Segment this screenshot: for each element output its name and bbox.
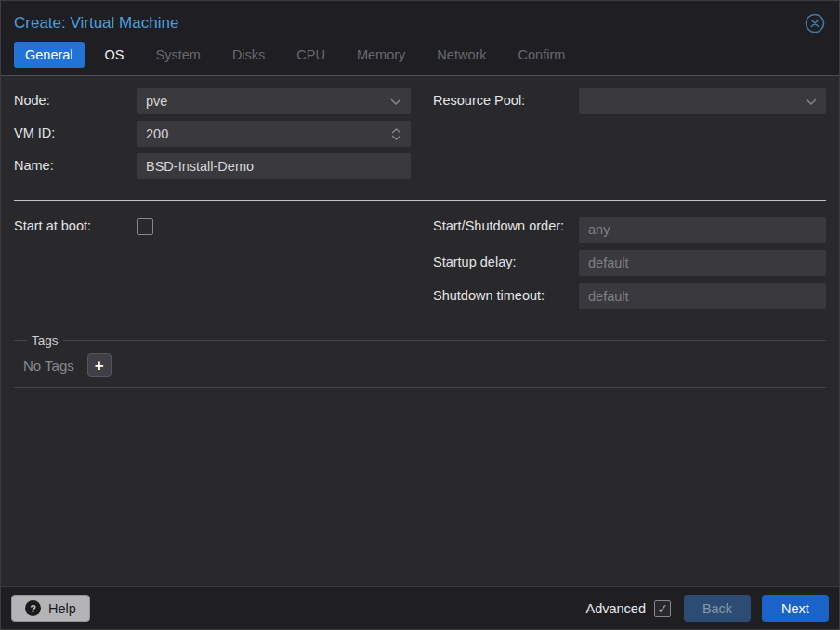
- back-button[interactable]: Back: [684, 595, 751, 622]
- startup-order-input[interactable]: [579, 217, 826, 243]
- create-vm-dialog: Create: Virtual Machine General OS Syste…: [0, 0, 840, 630]
- advanced-label: Advanced: [586, 601, 647, 616]
- close-button[interactable]: [803, 11, 826, 34]
- tab-confirm[interactable]: Confirm: [507, 42, 577, 68]
- chevron-down-icon: [390, 98, 401, 105]
- resource-pool-select[interactable]: [579, 88, 826, 114]
- wizard-tab-bar: General OS System Disks CPU Memory Netwo…: [14, 42, 826, 75]
- tab-system[interactable]: System: [145, 42, 212, 68]
- vmid-label: VM ID:: [14, 124, 137, 143]
- tab-network[interactable]: Network: [426, 42, 497, 68]
- close-icon: [804, 12, 826, 34]
- node-value: pve: [146, 94, 390, 109]
- tags-fieldset: Tags No Tags +: [14, 334, 826, 388]
- tab-os[interactable]: OS: [94, 42, 136, 68]
- dialog-title: Create: Virtual Machine: [14, 14, 178, 33]
- resource-pool-label: Resource Pool:: [433, 91, 579, 111]
- section-divider: [14, 200, 826, 201]
- dialog-header: Create: Virtual Machine General OS Syste…: [1, 1, 839, 75]
- help-button[interactable]: ? Help: [11, 595, 90, 622]
- tab-cpu[interactable]: CPU: [285, 42, 336, 68]
- next-button[interactable]: Next: [762, 595, 829, 622]
- general-form-panel: Node: pve VM ID: 200: [1, 75, 839, 586]
- dialog-footer: ? Help Advanced ✓ Back Next: [1, 586, 839, 629]
- startup-order-label: Start/Shutdown order:: [433, 217, 579, 236]
- tab-memory[interactable]: Memory: [346, 42, 416, 68]
- chevron-down-icon: [806, 98, 817, 105]
- start-at-boot-checkbox[interactable]: [137, 218, 153, 235]
- tags-legend: Tags: [27, 334, 63, 348]
- name-input[interactable]: [137, 153, 411, 179]
- startup-delay-input[interactable]: [579, 250, 826, 276]
- check-icon: ✓: [657, 601, 668, 616]
- node-label: Node:: [14, 91, 137, 111]
- vmid-value: 200: [146, 126, 391, 141]
- vmid-spinner[interactable]: 200: [137, 121, 411, 147]
- shutdown-timeout-input[interactable]: [579, 283, 826, 309]
- shutdown-timeout-label: Shutdown timeout:: [433, 286, 579, 306]
- plus-icon: +: [95, 358, 104, 374]
- name-label: Name:: [14, 156, 137, 176]
- advanced-checkbox[interactable]: ✓: [654, 600, 671, 617]
- help-button-label: Help: [48, 601, 76, 616]
- tab-disks[interactable]: Disks: [221, 42, 276, 68]
- start-at-boot-label: Start at boot:: [14, 217, 137, 236]
- spinner-arrows-icon[interactable]: [391, 128, 401, 140]
- question-mark-icon: ?: [25, 600, 41, 616]
- tab-general[interactable]: General: [14, 42, 85, 68]
- add-tag-button[interactable]: +: [87, 353, 112, 377]
- startup-delay-label: Startup delay:: [433, 253, 579, 272]
- no-tags-text: No Tags: [23, 358, 74, 374]
- node-select[interactable]: pve: [137, 88, 411, 114]
